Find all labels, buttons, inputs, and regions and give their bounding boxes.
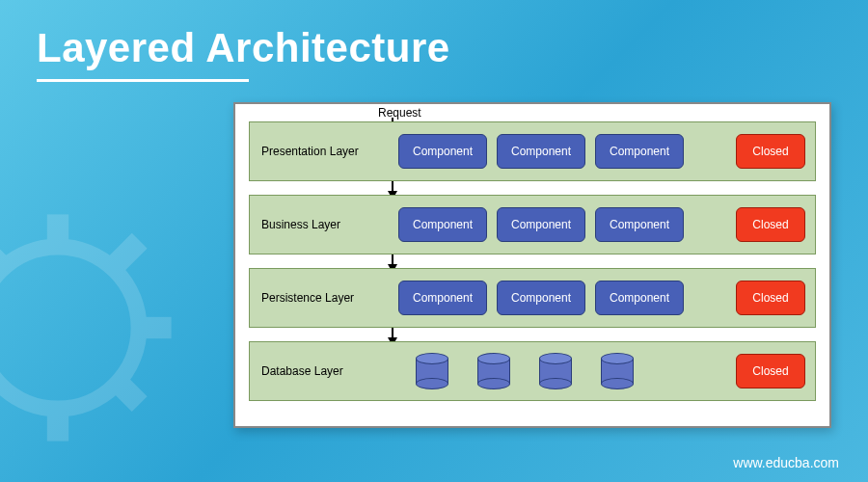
database-icon xyxy=(477,353,510,389)
component-box: Component xyxy=(497,207,585,242)
layer-label: Persistence Layer xyxy=(259,291,373,305)
layer-persistence: Persistence Layer Component Component Co… xyxy=(249,268,816,328)
component-box: Component xyxy=(398,207,487,242)
layer-label: Presentation Layer xyxy=(259,145,373,158)
layer-label: Business Layer xyxy=(259,218,373,231)
closed-badge: Closed xyxy=(736,281,805,315)
svg-rect-4 xyxy=(133,317,171,338)
closed-badge: Closed xyxy=(736,134,805,169)
closed-badge: Closed xyxy=(736,207,805,242)
database-icon xyxy=(416,353,448,389)
request-label: Request xyxy=(378,106,421,120)
component-box: Component xyxy=(595,281,684,315)
component-box: Component xyxy=(595,134,684,169)
closed-badge: Closed xyxy=(736,354,805,388)
svg-rect-2 xyxy=(47,403,68,441)
svg-rect-1 xyxy=(47,214,68,252)
page-title: Layered Architecture xyxy=(37,25,450,71)
component-box: Component xyxy=(497,281,585,315)
layer-business: Business Layer Component Component Compo… xyxy=(249,195,816,254)
background-gear-decoration xyxy=(0,193,193,463)
architecture-diagram: Request Presentation Layer Component Com… xyxy=(233,102,831,428)
component-box: Component xyxy=(398,281,487,315)
database-icon xyxy=(601,353,634,389)
component-group: Component Component Component xyxy=(398,281,724,315)
database-icon xyxy=(539,353,572,389)
component-box: Component xyxy=(595,207,684,242)
component-box: Component xyxy=(398,134,487,169)
layer-label: Database Layer xyxy=(259,364,373,378)
footer-url: www.educba.com xyxy=(733,455,839,470)
database-group xyxy=(398,353,724,389)
layer-database: Database Layer Closed xyxy=(249,341,816,401)
component-box: Component xyxy=(497,134,585,169)
layer-presentation: Presentation Layer Component Component C… xyxy=(249,121,816,181)
component-group: Component Component Component xyxy=(398,134,724,169)
component-group: Component Component Component xyxy=(398,207,724,242)
title-underline xyxy=(37,79,249,82)
